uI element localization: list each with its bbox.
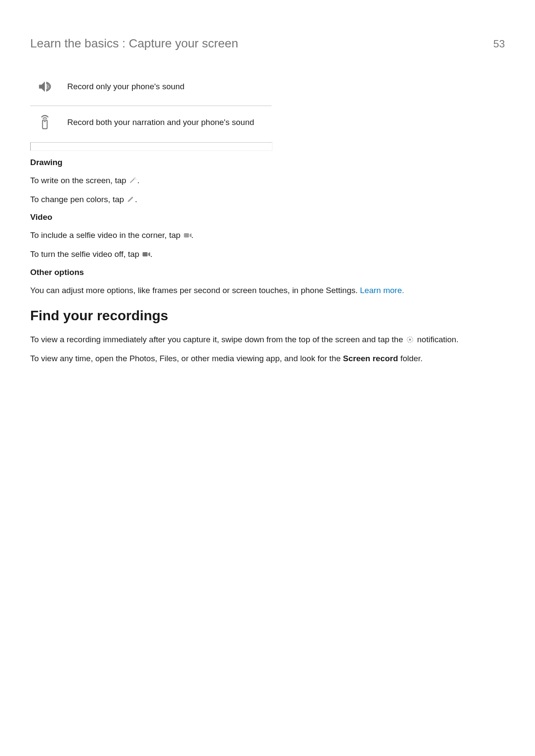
find-recordings-heading: Find your recordings (30, 308, 505, 324)
video-line-1: To include a selfie video in the corner,… (30, 230, 505, 241)
other-options-text: You can adjust more options, like frames… (30, 285, 505, 296)
page-header: Learn the basics : Capture your screen 5… (30, 37, 505, 50)
text: To write on the screen, tap (30, 176, 128, 185)
page-number: 53 (493, 38, 505, 50)
recordings-p2: To view any time, open the Photos, Files… (30, 353, 505, 364)
video-camera-off-icon (142, 250, 150, 257)
option-label: Record both your narration and your phon… (56, 118, 272, 127)
video-line-2: To turn the selfie video off, tap . (30, 249, 505, 260)
text: notification. (415, 335, 458, 344)
option-label: Record only your phone's sound (56, 82, 272, 91)
text: To view a recording immediately after yo… (30, 335, 405, 344)
recordings-p1: To view a recording immediately after yo… (30, 334, 505, 345)
pen-sparkle-icon (129, 176, 137, 184)
text: . (137, 176, 139, 185)
learn-more-link[interactable]: Learn more. (360, 286, 404, 295)
svg-point-3 (136, 179, 137, 180)
volume-icon (34, 79, 56, 94)
option-row-narration-and-sound: Record both your narration and your phon… (30, 106, 272, 142)
separator (30, 142, 272, 151)
speakerphone-icon (34, 114, 56, 131)
drawing-line-2: To change pen colors, tap . (30, 194, 505, 205)
text: To change pen colors, tap (30, 195, 126, 204)
text: folder. (398, 354, 422, 363)
text: . (191, 231, 194, 240)
text: To include a selfie video in the corner,… (30, 231, 183, 240)
screen-record-folder-name: Screen record (343, 354, 398, 363)
pen-icon (127, 195, 135, 203)
text: You can adjust more options, like frames… (30, 286, 360, 295)
drawing-line-1: To write on the screen, tap . (30, 175, 505, 186)
svg-point-4 (134, 177, 135, 178)
drawing-heading: Drawing (30, 158, 505, 167)
svg-point-8 (409, 339, 411, 341)
text: . (135, 195, 137, 204)
svg-rect-6 (143, 252, 148, 256)
text: To turn the selfie video off, tap (30, 250, 141, 259)
other-options-heading: Other options (30, 268, 505, 277)
text: To view any time, open the Photos, Files… (30, 354, 343, 363)
svg-rect-5 (184, 233, 189, 237)
document-page: Learn the basics : Capture your screen 5… (0, 0, 535, 756)
breadcrumb: Learn the basics : Capture your screen (30, 37, 238, 50)
svg-point-2 (135, 178, 135, 178)
option-row-phone-sound: Record only your phone's sound (30, 75, 272, 106)
video-camera-icon (183, 231, 191, 238)
video-heading: Video (30, 212, 505, 222)
text: . (150, 250, 152, 259)
record-notification-icon (406, 335, 414, 344)
